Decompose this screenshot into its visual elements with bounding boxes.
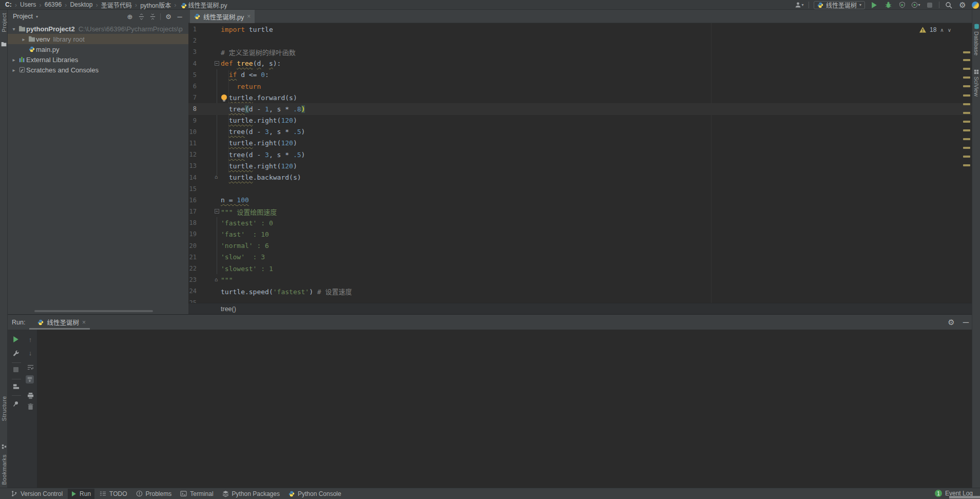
tree-row[interactable]: ▸venvlibrary root [8,34,188,44]
code-line[interactable]: 9 turtle.right(120) [188,115,972,126]
code-line[interactable]: 8 tree(d - 1, s * .8) [188,103,972,114]
line-number[interactable]: 15 [188,185,197,193]
code-line[interactable]: 24turtle.speed('fastest') # 设置速度 [188,285,972,297]
tree-row[interactable]: ▸External Libraries [8,54,188,65]
line-number[interactable]: 4 [188,60,197,67]
hide-panel-icon[interactable]: ─ [963,318,969,327]
code-line[interactable]: 5 if d <= 0: [188,69,972,81]
breadcrumb-item[interactable]: 圣诞节代码 [100,1,133,9]
profiler-button[interactable]: ▾ [911,1,920,9]
warning-stripe-mark[interactable] [963,129,970,131]
tree-row[interactable]: ▸Scratches and Consoles [8,65,188,75]
code-line[interactable]: 1import turtle [188,24,972,35]
code-line[interactable]: 10 tree(d - 3, s * .5) [188,126,972,138]
code-line[interactable]: 7 turtle.forward(s) [188,92,972,103]
chevron-down-icon[interactable]: ▾ [36,14,38,19]
debug-button[interactable] [883,1,893,9]
close-icon[interactable]: × [82,319,86,326]
status-bar-item-todo[interactable]: TODO [96,489,130,499]
line-number[interactable]: 21 [188,254,197,261]
code-line[interactable]: 6 return [188,81,972,92]
tool-window-button-database[interactable]: Database [972,31,980,55]
chevron-right-icon[interactable]: ▸ [10,57,17,63]
breadcrumb-item[interactable]: 线性圣诞树.py [179,1,228,9]
run-with-coverage-button[interactable] [897,1,907,9]
warning-stripe-mark[interactable] [963,156,970,158]
line-number[interactable]: 11 [188,140,197,147]
code-line[interactable]: 20'normal' : 6 [188,240,972,252]
line-number[interactable]: 8 [188,105,197,112]
code-line[interactable]: 14⌂ turtle.backward(s) [188,171,972,183]
breadcrumb-item[interactable]: C: [4,1,13,8]
resize-grip[interactable] [949,496,980,498]
code-line[interactable]: 16n = 100 [188,195,972,206]
search-everywhere-icon[interactable] [944,1,953,9]
status-bar-item-problems[interactable]: Problems [132,489,176,499]
line-number[interactable]: 2 [188,37,197,44]
line-number[interactable]: 6 [188,83,197,90]
code-line[interactable]: 3# 定义圣诞树的绿叶函数 [188,46,972,57]
line-number[interactable]: 20 [188,242,197,250]
warning-stripe-mark[interactable] [963,112,970,114]
tree-row[interactable]: main.py [8,44,188,54]
down-arrow-icon[interactable]: ↓ [26,349,34,357]
warning-stripe-mark[interactable] [963,76,970,79]
soft-wrap-icon[interactable] [26,363,34,371]
line-number[interactable]: 25 [188,299,197,303]
status-bar-item-python-console[interactable]: Python Console [285,489,345,499]
breadcrumb-context[interactable]: tree() [221,305,236,313]
rerun-button[interactable] [12,335,20,343]
line-number[interactable]: 9 [188,117,197,124]
warning-stripe-mark[interactable] [963,59,970,61]
close-icon[interactable]: × [247,13,251,20]
tree-row[interactable]: ▾pythonProject2C:\Users\66396\PycharmPro… [8,24,188,34]
warning-stripe-mark[interactable] [963,138,970,140]
tool-window-button-project[interactable]: Project [0,13,8,32]
run-console-output[interactable] [38,330,980,488]
run-settings-gear-icon[interactable]: ⚙ [948,318,954,326]
line-number[interactable]: 24 [188,287,197,295]
locate-file-icon[interactable]: ⊕ [124,13,136,21]
chevron-right-icon[interactable]: ▸ [20,36,27,42]
line-number[interactable]: 14 [188,174,197,181]
code-line[interactable]: 12 tree(d - 3, s * .5) [188,149,972,160]
chevron-right-icon[interactable]: ▸ [10,67,17,73]
line-number[interactable]: 17 [188,208,197,215]
code-line[interactable]: 25 [188,297,972,303]
run-button[interactable] [870,1,879,9]
line-number[interactable]: 10 [188,128,197,136]
inspections-widget[interactable]: 18 ∧ ∨ [919,26,951,33]
warning-stripe-mark[interactable] [963,164,970,166]
hide-panel-icon[interactable]: ─ [174,13,185,21]
warning-stripe-mark[interactable] [963,51,970,53]
code-line[interactable]: 15 [188,183,972,195]
expand-all-icon[interactable] [136,13,147,20]
status-bar-item-version-control[interactable]: Version Control [7,489,66,499]
user-avatar-icon[interactable]: ▾ [795,1,804,9]
line-number[interactable]: 18 [188,219,197,226]
code-editor[interactable]: 1import turtle23# 定义圣诞树的绿叶函数4−def tree(d… [188,23,972,303]
warning-stripe-mark[interactable] [963,94,970,97]
status-bar-item-terminal[interactable]: Terminal [177,489,217,499]
code-line[interactable]: 23⌂""" [188,274,972,285]
clear-all-trash-icon[interactable] [26,402,34,411]
line-number[interactable]: 7 [188,94,197,101]
warning-stripe-mark[interactable] [963,103,970,105]
scroll-to-end-icon[interactable] [26,375,34,383]
collapse-all-icon[interactable] [147,13,158,20]
prev-warning-icon[interactable]: ∧ [940,27,944,33]
chevron-down-icon[interactable]: ▾ [10,26,17,32]
restore-layout-icon[interactable] [12,382,20,391]
project-settings-gear-icon[interactable]: ⚙ [163,13,174,21]
stop-button[interactable] [925,1,934,9]
print-icon[interactable] [26,392,34,400]
fold-end-icon[interactable]: ⌂ [215,277,218,282]
fold-end-icon[interactable]: ⌂ [215,174,218,180]
code-line[interactable]: 21'slow' : 3 [188,252,972,263]
code-line[interactable]: 13 turtle.right(120) [188,160,972,171]
code-line[interactable]: 4−def tree(d, s): [188,58,972,69]
up-arrow-icon[interactable]: ↑ [26,335,34,343]
line-number[interactable]: 3 [188,48,197,55]
fold-collapse-icon[interactable]: − [215,209,219,214]
line-number[interactable]: 16 [188,197,197,204]
